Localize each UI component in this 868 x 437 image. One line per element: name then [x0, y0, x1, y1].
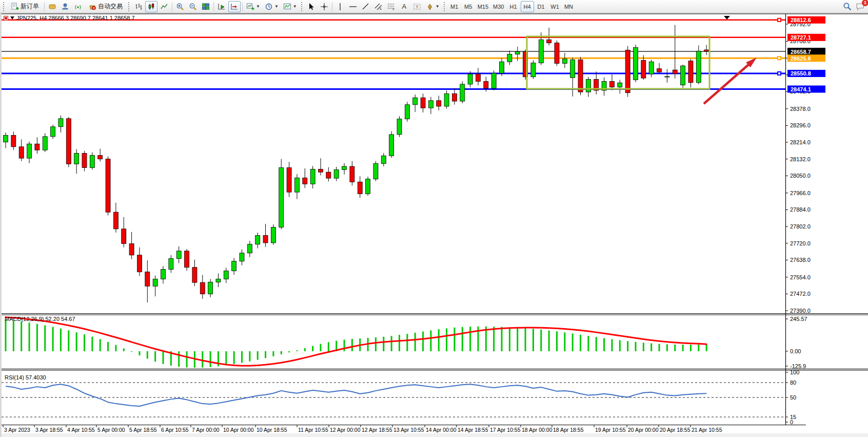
- time-tick-label: 13 Apr 10:55: [393, 427, 424, 433]
- line-chart-mode-button[interactable]: [158, 1, 170, 12]
- wallet-icon: [48, 3, 56, 11]
- auto-trading-button[interactable]: 自动交易: [85, 1, 126, 12]
- candle-body: [255, 236, 260, 244]
- timeframe-mn-button[interactable]: MN: [562, 1, 576, 12]
- candlestick-mode-button[interactable]: [145, 1, 157, 12]
- zoom-in-button[interactable]: [174, 1, 186, 12]
- candle-body: [310, 169, 315, 184]
- crosshair-tool-button[interactable]: [318, 1, 330, 12]
- timeframe-m5-button[interactable]: M5: [462, 1, 475, 12]
- rsi-indicator-label: RSI(14) 57.4030: [5, 374, 46, 381]
- toolbar-drag-handle[interactable]: [3, 2, 5, 11]
- new-order-button[interactable]: 新订单: [7, 1, 43, 12]
- search-icon: [843, 2, 852, 11]
- search-button[interactable]: [841, 1, 854, 12]
- candle-body: [405, 105, 409, 119]
- candle-body: [421, 98, 425, 108]
- time-tick-label: 6 Apr 10:55: [161, 427, 189, 433]
- candle-body: [437, 101, 441, 106]
- zoom-out-icon: [189, 3, 197, 11]
- candle-body: [476, 74, 481, 81]
- timeframe-m1-button[interactable]: M1: [448, 1, 461, 12]
- channel-tool-button[interactable]: E: [372, 1, 385, 12]
- candle-body: [185, 251, 189, 268]
- trendline-icon: [362, 3, 370, 11]
- chart-shift-marker[interactable]: [724, 16, 730, 20]
- candle-body: [122, 229, 126, 244]
- horizontal-line-tool-button[interactable]: [347, 1, 359, 12]
- profile-button[interactable]: [59, 1, 71, 12]
- candle-body: [240, 253, 244, 261]
- toolbar-drag-handle[interactable]: [301, 2, 303, 11]
- bar-chart-mode-button[interactable]: [132, 1, 145, 12]
- signal-button[interactable]: [72, 1, 84, 12]
- candle-body: [279, 167, 284, 227]
- candle-body: [247, 244, 252, 253]
- indicators-button[interactable]: ▼: [281, 1, 299, 12]
- candle-body: [452, 93, 457, 101]
- candle-body: [704, 50, 709, 51]
- candle-body: [216, 279, 221, 282]
- chevron-down-icon: ▼: [256, 4, 260, 9]
- vertical-line-icon: [336, 3, 344, 11]
- arrows-tool-button[interactable]: ▼: [424, 1, 442, 12]
- market-watch-button[interactable]: [46, 1, 58, 12]
- new-chart-button[interactable]: ▼: [244, 1, 262, 12]
- time-tick-label: 3 Apr 2023: [4, 427, 30, 433]
- zoom-out-button[interactable]: [187, 1, 199, 12]
- rsi-scale-label: 80: [790, 379, 796, 386]
- one-click-expander-icon[interactable]: [10, 16, 14, 20]
- time-tick-label: 18 Apr 18:55: [553, 427, 584, 433]
- macd-scale-label: -125.9: [790, 363, 806, 369]
- chevron-down-icon: ▼: [436, 4, 440, 9]
- chart-shift-button[interactable]: [228, 1, 241, 12]
- price-tick-label: 27472.0: [790, 291, 811, 297]
- rsi-panel: [2, 383, 785, 417]
- candle-body: [444, 93, 449, 106]
- timeframe-m30-button[interactable]: M30: [491, 1, 506, 12]
- timeframe-h1-button[interactable]: H1: [507, 1, 520, 12]
- candle-body: [586, 79, 590, 92]
- candle-body: [200, 282, 205, 294]
- text-label-tool-button[interactable]: T: [411, 1, 423, 12]
- candle-body: [342, 166, 347, 169]
- candle-body: [169, 259, 173, 270]
- tile-windows-button[interactable]: [200, 1, 212, 12]
- candle-body: [90, 156, 94, 168]
- candle-body: [294, 178, 299, 192]
- toolbar-drag-handle[interactable]: [128, 2, 130, 11]
- candle-body: [350, 166, 354, 182]
- price-badge-label: 28474.1: [791, 86, 811, 92]
- timeframe-d1-button[interactable]: D1: [535, 1, 548, 12]
- chart-header: JPN225, H4 28666.3 28690.7 28641.1 28658…: [4, 15, 135, 21]
- timeframe-m15-button[interactable]: M15: [476, 1, 490, 12]
- chart-window[interactable]: 28792.028708.028626.028544.028462.028378…: [0, 13, 868, 437]
- price-tick-label: 28050.0: [790, 173, 811, 179]
- candle-body: [657, 69, 662, 72]
- candle-body: [555, 43, 559, 64]
- notifications-button[interactable]: 1: [854, 1, 866, 12]
- timeframe-h4-button[interactable]: H4: [521, 1, 534, 12]
- trend-arrow-annotation[interactable]: [704, 63, 751, 104]
- fibonacci-tool-button[interactable]: F: [385, 1, 398, 12]
- time-tick-label: 10 Apr 18:55: [257, 427, 287, 433]
- trendline-tool-button[interactable]: [360, 1, 372, 12]
- candle-body: [145, 272, 150, 286]
- level-handle-center: [778, 19, 780, 21]
- timeframe-w1-button[interactable]: W1: [548, 1, 562, 12]
- candle-body: [673, 70, 677, 73]
- candle-body: [366, 179, 370, 194]
- price-badge-label: 28812.6: [791, 17, 811, 23]
- auto-scroll-button[interactable]: [215, 1, 228, 12]
- text-tool-button[interactable]: A: [398, 1, 410, 12]
- bottom-strip: [2, 433, 868, 437]
- cursor-tool-button[interactable]: [305, 1, 318, 12]
- candle-body: [641, 60, 646, 78]
- rsi-scale-label: 100: [790, 369, 799, 375]
- periods-button[interactable]: ▼: [263, 1, 281, 12]
- price-tick-label: 28296.0: [790, 122, 811, 128]
- chart-canvas[interactable]: 28792.028708.028626.028544.028462.028378…: [2, 13, 868, 437]
- toolbar-drag-handle[interactable]: [444, 2, 446, 11]
- time-tick-label: 3 Apr 18:55: [35, 427, 63, 433]
- vertical-line-tool-button[interactable]: [334, 1, 346, 12]
